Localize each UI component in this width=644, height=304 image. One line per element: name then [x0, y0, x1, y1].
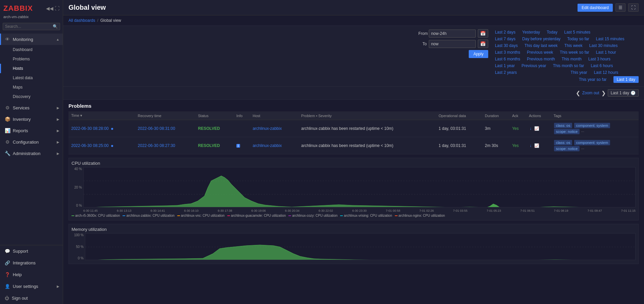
qr-last-30-days[interactable]: Last 30 days: [495, 43, 518, 49]
qr-this-week-so-far[interactable]: This week so far: [560, 49, 589, 55]
qr-this-day-last-week[interactable]: This day last week: [524, 43, 558, 49]
row2-action-chart[interactable]: 📈: [534, 143, 539, 148]
sidebar-item-inventory[interactable]: 📦 Inventory ▶: [0, 113, 63, 125]
sidebar-item-administration[interactable]: 🔧 Administration ▶: [0, 148, 63, 159]
sidebar-item-problems[interactable]: Problems: [0, 54, 63, 64]
sidebar-item-reports[interactable]: 📊 Reports ▶: [0, 125, 63, 136]
qr-last-3-months[interactable]: Last 3 months: [495, 49, 520, 55]
row1-tag-1[interactable]: class: os: [554, 123, 572, 128]
row1-tag-2[interactable]: component: system: [574, 123, 610, 128]
dashboard-fullscreen-button[interactable]: ⛶: [628, 3, 639, 12]
qr-yesterday[interactable]: Yesterday: [522, 29, 540, 35]
row2-tag-more[interactable]: ···: [581, 147, 584, 151]
col-time[interactable]: Time ▾: [68, 111, 135, 120]
qr-last-1-day-button[interactable]: Last 1 day: [613, 76, 639, 83]
search-icon: 🔍: [53, 24, 58, 29]
qr-last-2-years[interactable]: Last 2 years: [495, 69, 517, 75]
user-settings-arrow: ▶: [57, 285, 59, 288]
from-calendar-button[interactable]: 📅: [478, 29, 488, 38]
legend-archlinux-cozy: archlinux-cozy: CPU utilization: [288, 214, 337, 217]
qr-previous-week[interactable]: Previous week: [527, 49, 553, 55]
sidebar-item-maps[interactable]: Maps: [0, 83, 63, 92]
qr-last-1-year[interactable]: Last 1 year: [495, 63, 515, 69]
row1-tag-3[interactable]: scope: notice: [554, 129, 580, 134]
sidebar-item-services[interactable]: ⚙ Services ▶: [0, 102, 63, 113]
zoom-next-button[interactable]: ❯: [601, 90, 606, 96]
search-input[interactable]: [5, 24, 53, 29]
qr-previous-year[interactable]: Previous year: [521, 63, 546, 69]
qr-today[interactable]: Today: [547, 29, 557, 35]
qr-this-month-so-far[interactable]: This month so far: [553, 63, 584, 69]
apply-button[interactable]: Apply: [469, 50, 488, 58]
qr-today-so-far[interactable]: Today so far: [567, 36, 589, 42]
dashboard-menu-button[interactable]: ☰: [615, 3, 626, 12]
qr-this-month[interactable]: This month: [562, 56, 582, 62]
row1-status: RESOLVED: [195, 120, 234, 137]
row1-time-link[interactable]: 2022-06-30 08:28:00: [71, 126, 108, 131]
qr-last-1-hour[interactable]: Last 1 hour: [596, 49, 616, 55]
sidebar-item-hosts[interactable]: Hosts: [0, 64, 63, 73]
qr-this-year-so-far[interactable]: This year so far: [579, 77, 607, 83]
sidebar-item-integrations[interactable]: 🔗 Integrations: [0, 257, 63, 269]
qr-last-6-months[interactable]: Last 6 months: [495, 56, 520, 62]
sidebar-item-discovery[interactable]: Discovery: [0, 92, 63, 101]
row1-time: 2022-06-30 08:28:00: [68, 120, 135, 137]
sidebar-item-monitoring[interactable]: 👁 Monitoring ▲: [0, 34, 63, 45]
row2-tag-2[interactable]: component: system: [574, 140, 610, 145]
legend-archlinux-guacamole-label: archlinux-guacamole: CPU utilization: [231, 214, 286, 217]
qr-last-12-hours[interactable]: Last 12 hours: [594, 69, 618, 75]
from-input[interactable]: [429, 30, 476, 38]
row2-tag-3[interactable]: scope: notice: [554, 146, 580, 151]
row1-tags: class: os component: system scope: notic…: [551, 120, 639, 137]
qr-this-year[interactable]: This year: [570, 69, 587, 75]
sidebar-item-latest-data[interactable]: Latest data: [0, 73, 63, 83]
to-calendar-button[interactable]: 📅: [478, 40, 488, 48]
legend-archlinux-vnc-dot: [177, 215, 180, 216]
qr-last-30-min[interactable]: Last 30 minutes: [589, 43, 618, 49]
sidebar-item-support[interactable]: 💬 Support: [0, 245, 63, 257]
sidebar-item-sign-out[interactable]: ⏻ Sign out: [0, 292, 63, 304]
qr-last-15-min[interactable]: Last 15 minutes: [596, 36, 625, 42]
qr-this-week[interactable]: This week: [564, 43, 583, 49]
last-day-button[interactable]: Last 1 day 🕐: [608, 89, 639, 97]
qr-last-3-hours[interactable]: Last 3 hours: [588, 56, 610, 62]
row1-recovery-link[interactable]: 2022-06-30 08:31:00: [138, 126, 175, 131]
qr-last-5-min[interactable]: Last 5 minutes: [564, 29, 590, 35]
row2-recovery-link[interactable]: 2022-06-30 08:27:30: [138, 143, 175, 148]
col-recovery[interactable]: Recovery time: [135, 111, 195, 120]
services-arrow: ▶: [57, 106, 59, 110]
row1-action-chart[interactable]: 📈: [534, 126, 539, 131]
qr-day-before-yesterday[interactable]: Day before yesterday: [522, 36, 560, 42]
sidebar-item-help[interactable]: ❓ Help: [0, 269, 63, 281]
monitoring-arrow: ▲: [56, 38, 59, 41]
qr-last-6-hours[interactable]: Last 6 hours: [591, 63, 613, 69]
sidebar-item-configuration[interactable]: ⚙ Configuration ▶: [0, 136, 63, 148]
row2-action-down[interactable]: ↓: [530, 143, 532, 148]
svg-marker-5: [85, 245, 636, 260]
legend-archlinux-nginx-dot: [395, 215, 398, 216]
collapse-sidebar-button[interactable]: ◀◀: [46, 6, 53, 11]
last-day-label: Last 1 day: [611, 91, 629, 95]
help-label: Help: [13, 272, 22, 277]
qr-last-7-days[interactable]: Last 7 days: [495, 36, 515, 42]
sidebar-item-dashboard[interactable]: Dashboard: [0, 45, 63, 54]
help-icon: ❓: [5, 272, 10, 277]
zoom-out-button[interactable]: Zoom out: [582, 91, 599, 95]
discovery-label: Discovery: [13, 94, 31, 99]
breadcrumb-all-dashboards[interactable]: All dashboards: [68, 18, 95, 23]
zoom-prev-button[interactable]: ❮: [576, 90, 580, 96]
fullscreen-button[interactable]: ⛶: [55, 6, 59, 11]
qr-previous-month[interactable]: Previous month: [527, 56, 555, 62]
sidebar-item-user-settings[interactable]: 👤 User settings ▶: [0, 281, 63, 292]
qr-last-2-days[interactable]: Last 2 days: [495, 29, 515, 35]
row1-action-down[interactable]: ↓: [530, 126, 532, 131]
latest-data-label: Latest data: [13, 75, 33, 80]
legend-archlinux-zabbix-label: archlinux-zabbix: CPU utilization: [126, 214, 174, 217]
edit-dashboard-button[interactable]: Edit dashboard: [578, 4, 613, 12]
row1-tag-more[interactable]: ···: [581, 130, 584, 134]
row2-time-link[interactable]: 2022-06-30 08:25:00: [71, 143, 108, 148]
legend-archlinux-vrising-dot: [340, 215, 343, 216]
row2-tag-1[interactable]: class: os: [554, 140, 572, 145]
to-input[interactable]: [429, 40, 476, 48]
row1-info: [234, 120, 250, 137]
